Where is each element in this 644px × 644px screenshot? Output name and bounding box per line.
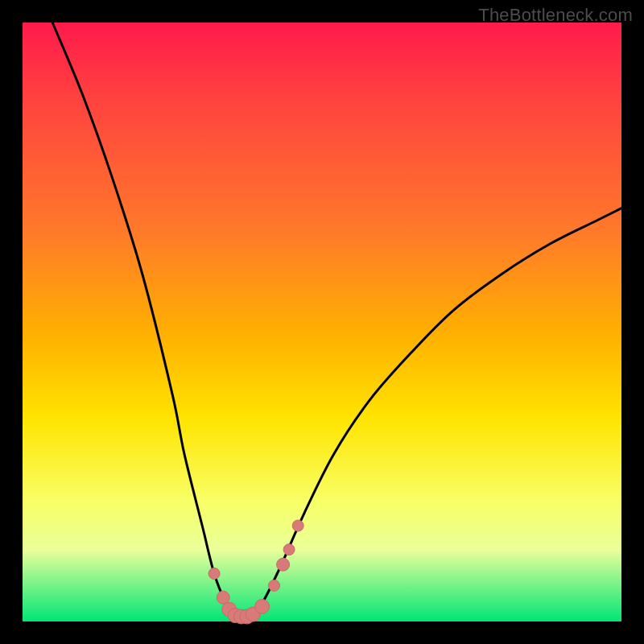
curve-marker <box>277 558 290 571</box>
curve-marker <box>283 544 295 555</box>
curve-marker <box>208 568 220 580</box>
marker-group <box>208 520 303 624</box>
bottleneck-curve <box>52 23 621 618</box>
watermark-text: TheBottleneck.com <box>478 5 633 26</box>
curve-marker <box>292 520 303 531</box>
curve-marker <box>255 599 270 613</box>
curve-layer <box>23 23 621 621</box>
curve-marker <box>269 580 280 591</box>
chart-frame: TheBottleneck.com <box>0 0 644 644</box>
plot-area <box>23 23 621 621</box>
